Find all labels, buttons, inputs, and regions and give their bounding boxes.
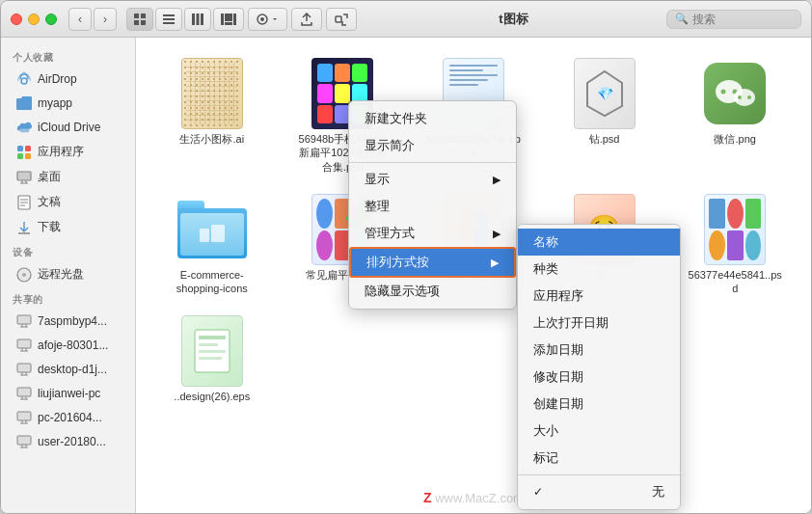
sidebar: 个人收藏 AirDrop myapp iCloud Drive	[1, 38, 136, 513]
search-icon: 🔍	[675, 13, 689, 25]
minimize-button[interactable]	[28, 14, 40, 25]
sidebar-item-desktop[interactable]: 桌面	[5, 165, 131, 189]
menu-item-hide-options[interactable]: 隐藏显示选项	[349, 278, 516, 305]
file-item[interactable]: 微信.png	[674, 53, 796, 179]
svg-point-29	[22, 273, 26, 277]
sidebar-item-host2[interactable]: afoje-80301...	[5, 334, 131, 357]
sort-item-size[interactable]: 大小	[518, 418, 680, 445]
sidebar-item-host4[interactable]: liujianwei-pc	[5, 382, 131, 405]
sidebar-item-icloud[interactable]: iCloud Drive	[5, 116, 131, 139]
sort-item-name[interactable]: 名称	[518, 229, 680, 256]
host3-icon	[16, 362, 32, 377]
sidebar-label-desktop: 桌面	[38, 169, 61, 185]
sidebar-label-airdrop: AirDrop	[38, 72, 77, 86]
traffic-lights	[11, 14, 57, 25]
sort-item-created-date[interactable]: 创建日期	[518, 391, 680, 418]
search-input[interactable]	[692, 13, 793, 26]
file-item[interactable]: 56377e44e5841..psd	[674, 189, 796, 302]
svg-rect-31	[17, 339, 31, 348]
svg-rect-21	[25, 153, 31, 159]
sort-item-added-date[interactable]: 添加日期	[518, 337, 680, 364]
close-button[interactable]	[11, 14, 22, 25]
sidebar-label-host4: liujianwei-pc	[38, 387, 100, 400]
svg-rect-33	[17, 388, 31, 396]
search-box[interactable]: 🔍	[666, 10, 801, 29]
svg-rect-10	[221, 14, 224, 25]
maximize-button[interactable]	[45, 14, 57, 25]
svg-rect-35	[17, 436, 31, 445]
svg-point-39	[721, 90, 726, 95]
file-name: ..design(26).eps	[174, 390, 250, 403]
file-icon	[177, 195, 247, 264]
svg-text:💎: 💎	[596, 86, 613, 102]
sidebar-label-host5: pc-201604...	[38, 411, 102, 424]
file-name: 生活小图标.ai	[179, 132, 244, 146]
svg-rect-51	[199, 336, 226, 339]
file-icon	[177, 59, 247, 128]
svg-rect-45	[211, 225, 225, 242]
main-area: 个人收藏 AirDrop myapp iCloud Drive	[1, 38, 811, 513]
menu-item-sort-by[interactable]: 排列方式按 ▶	[349, 247, 516, 278]
menu-item-display[interactable]: 显示 ▶	[349, 166, 516, 193]
svg-rect-52	[199, 343, 218, 346]
svg-rect-6	[163, 22, 175, 24]
sidebar-item-remote-disk[interactable]: 远程光盘	[5, 262, 131, 286]
file-icon	[177, 316, 247, 386]
share-action-button[interactable]	[291, 8, 322, 31]
sort-item-none[interactable]: ✓ 无	[518, 478, 680, 505]
airdrop-icon	[16, 71, 32, 87]
desktop-icon	[16, 170, 32, 185]
svg-rect-11	[225, 14, 232, 21]
file-item[interactable]: 💎 钻.psd	[544, 53, 665, 179]
sidebar-item-downloads[interactable]: 下载	[5, 215, 131, 239]
sidebar-item-docs[interactable]: 文稿	[5, 190, 131, 214]
menu-item-manage-by[interactable]: 管理方式 ▶	[349, 220, 516, 247]
sidebar-section-favorites: 个人收藏	[1, 45, 135, 67]
content-area: 生活小图标.ai	[136, 38, 811, 513]
menu-item-show-intro[interactable]: 显示简介	[349, 132, 516, 159]
menu-item-new-folder[interactable]: 新建文件夹	[349, 105, 516, 132]
sort-item-last-opened[interactable]: 上次打开日期	[518, 310, 680, 337]
gallery-view-button[interactable]	[213, 8, 244, 31]
file-item[interactable]: 生活小图标.ai	[151, 53, 273, 179]
svg-point-41	[734, 89, 755, 106]
menu-separator	[518, 474, 680, 475]
file-item[interactable]: ..design(26).eps	[151, 311, 273, 409]
file-name: 微信.png	[714, 132, 755, 146]
sidebar-item-host5[interactable]: pc-201604...	[5, 406, 131, 429]
folder-icon	[16, 95, 32, 111]
sort-item-tags[interactable]: 标记	[518, 445, 680, 472]
submenu-arrow: ▶	[493, 228, 501, 240]
svg-rect-19	[25, 146, 31, 151]
sort-action-button[interactable]	[248, 8, 287, 31]
svg-rect-20	[17, 153, 23, 159]
grid-view-button[interactable]	[126, 8, 153, 31]
sidebar-item-host1[interactable]: 7aspmbyp4...	[5, 310, 131, 333]
menu-item-arrange[interactable]: 整理	[349, 193, 516, 220]
context-menu-sort: 名称 种类 应用程序 上次打开日期 添加日期 修改日期	[517, 224, 681, 510]
svg-rect-1	[141, 14, 146, 18]
svg-point-15	[260, 17, 264, 21]
optical-disk-icon	[16, 267, 32, 283]
sidebar-item-apps[interactable]: 应用程序	[5, 140, 131, 164]
svg-rect-13	[225, 22, 232, 25]
file-name: 钻.psd	[589, 132, 620, 146]
sidebar-label-host1: 7aspmbyp4...	[38, 314, 107, 328]
sidebar-item-airdrop[interactable]: AirDrop	[5, 68, 131, 91]
sidebar-item-host3[interactable]: desktop-d1j...	[5, 358, 131, 381]
svg-rect-16	[336, 16, 341, 22]
sort-item-modified-date[interactable]: 修改日期	[518, 364, 680, 391]
sort-item-app[interactable]: 应用程序	[518, 283, 680, 310]
sidebar-item-host6[interactable]: user-20180...	[5, 430, 131, 453]
forward-button[interactable]: ›	[94, 8, 117, 31]
back-button[interactable]: ‹	[68, 8, 92, 31]
sidebar-label-host6: user-20180...	[38, 435, 106, 448]
file-item[interactable]: E-commerce-shopping-icons	[151, 189, 273, 302]
list-view-button[interactable]	[155, 8, 182, 31]
svg-rect-34	[17, 412, 31, 420]
sort-item-type[interactable]: 种类	[518, 256, 680, 283]
file-icon	[700, 195, 770, 264]
sidebar-item-myapp[interactable]: myapp	[5, 92, 131, 115]
column-view-button[interactable]	[184, 8, 211, 31]
scan-action-button[interactable]	[326, 8, 357, 31]
